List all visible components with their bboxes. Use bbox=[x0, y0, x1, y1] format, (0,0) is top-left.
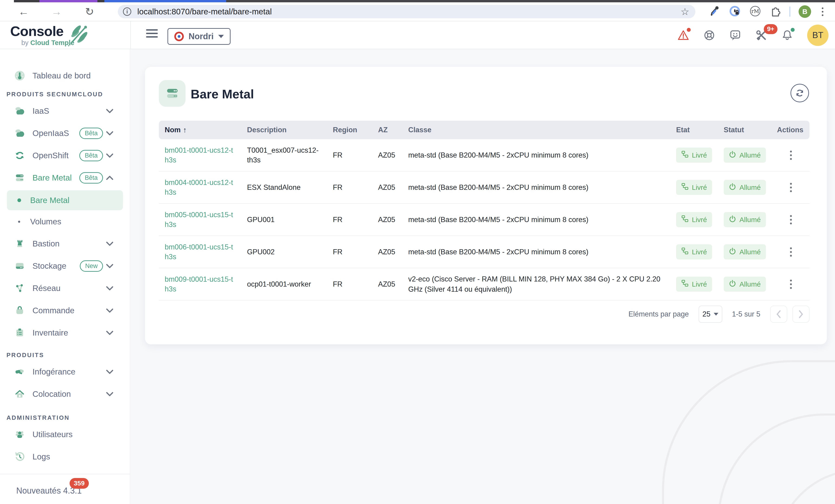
sidebar-item-inventaire[interactable]: Inventaire bbox=[0, 322, 130, 344]
cloud-icon bbox=[14, 106, 25, 116]
sidebar-item-infogerance[interactable]: Infogérance bbox=[0, 361, 130, 383]
eyedropper-extension-icon[interactable] bbox=[709, 5, 720, 18]
sidebar-item-iaas[interactable]: IaaS bbox=[0, 100, 130, 122]
power-icon bbox=[729, 150, 736, 160]
sidebar-subitem-volumes[interactable]: Volumes bbox=[7, 211, 123, 231]
sidebar-item-colocation[interactable]: Colocation bbox=[0, 383, 130, 405]
sidebar-item-label: OpenIaaS bbox=[33, 128, 69, 138]
column-header-etat[interactable]: Etat bbox=[676, 126, 724, 134]
user-avatar[interactable]: BT bbox=[807, 25, 829, 46]
sidebar-item-bastion[interactable]: Bastion bbox=[0, 233, 130, 255]
toolbar-separator bbox=[790, 6, 790, 17]
row-actions-menu-icon[interactable] bbox=[786, 278, 796, 291]
extensions-puzzle-icon[interactable] bbox=[770, 5, 781, 18]
back-button[interactable]: ← bbox=[17, 5, 30, 18]
column-header-actions[interactable]: Actions bbox=[777, 126, 810, 134]
sidebar-item-commande[interactable]: Commande bbox=[0, 299, 130, 322]
power-icon bbox=[729, 215, 736, 224]
users-icon bbox=[14, 429, 25, 440]
server-name-link[interactable]: bm004-t0001-ucs12-th3s bbox=[165, 178, 237, 197]
etat-badge: Livré bbox=[676, 180, 712, 195]
gauge-icon bbox=[14, 70, 25, 81]
tab-segment bbox=[0, 0, 14, 2]
prev-page-button[interactable] bbox=[770, 306, 787, 323]
column-header-classe[interactable]: Classe bbox=[408, 126, 676, 134]
sidebar-item-stockage[interactable]: StockageNew bbox=[0, 255, 130, 277]
cell-classe: meta-std (Base B200-M4/M5 - 2xCPU minimu… bbox=[408, 215, 676, 225]
extensions-cluster: rM B bbox=[709, 5, 826, 18]
etat-badge: Livré bbox=[676, 277, 712, 292]
sidebar-item-openiaas[interactable]: OpenIaaSBêta bbox=[0, 122, 130, 144]
column-header-description[interactable]: Description bbox=[247, 126, 333, 134]
server-name-link[interactable]: bm006-t0001-ucs15-th3s bbox=[165, 242, 237, 262]
next-page-button[interactable] bbox=[792, 306, 810, 323]
site-info-icon[interactable]: i bbox=[123, 7, 131, 16]
refresh-button[interactable] bbox=[791, 84, 809, 102]
sidebar-item-tableau-de-bord[interactable]: Tableau de bord bbox=[0, 64, 130, 87]
password-manager-extension-icon[interactable] bbox=[729, 5, 741, 18]
chevron-up-icon bbox=[106, 176, 113, 180]
server-name-link[interactable]: bm005-t0001-ucs15-th3s bbox=[165, 210, 237, 229]
cell-etat: Livré bbox=[676, 244, 724, 259]
column-header-nom[interactable]: Nom↑ bbox=[165, 126, 247, 134]
server-name-link[interactable]: bm001-t0001-ucs12-th3s bbox=[165, 145, 237, 165]
sidebar-item-bare-metal[interactable]: Bare MetalBêta bbox=[0, 167, 130, 189]
browser-tab-strip bbox=[0, 0, 835, 2]
row-actions-menu-icon[interactable] bbox=[786, 213, 796, 226]
row-actions-menu-icon[interactable] bbox=[786, 181, 796, 194]
badge-pill: Bêta bbox=[79, 172, 103, 184]
notifications-button[interactable] bbox=[781, 29, 793, 41]
chevron-down-icon bbox=[106, 109, 113, 113]
refresh-icon bbox=[795, 88, 805, 98]
power-icon bbox=[729, 183, 736, 192]
rm-extension-icon[interactable]: rM bbox=[749, 5, 761, 18]
cell-etat: Livré bbox=[676, 180, 724, 195]
tenant-selector[interactable]: Nordri bbox=[167, 28, 230, 45]
table-header-row: Nom↑DescriptionRegionAZClasseEtatStatutA… bbox=[159, 121, 810, 139]
row-actions-menu-icon[interactable] bbox=[786, 245, 796, 259]
sidebar-toggle-icon[interactable] bbox=[146, 29, 158, 40]
sidebar-item-logs[interactable]: Logs bbox=[0, 445, 130, 468]
cell-classe: v2-eco (Cisco Server - RAM (BILL MIN 128… bbox=[408, 274, 676, 295]
sidebar-footer[interactable]: Nouveautés 4.3.1 359 bbox=[0, 474, 130, 504]
sidebar-item-openshift[interactable]: OpenShiftBêta bbox=[0, 144, 130, 167]
cell-nom: bm005-t0001-ucs15-th3s bbox=[165, 210, 247, 229]
browser-profile-avatar[interactable]: B bbox=[799, 5, 811, 18]
server-name-link[interactable]: bm009-t0001-ucs15-th3s bbox=[165, 275, 237, 294]
column-header-region[interactable]: Region bbox=[333, 126, 378, 134]
column-header-az[interactable]: AZ bbox=[378, 126, 408, 134]
column-header-statut[interactable]: Statut bbox=[724, 126, 777, 134]
sidebar-item-label: Logs bbox=[33, 452, 50, 461]
forward-button[interactable]: → bbox=[49, 5, 64, 18]
tools-button[interactable]: 9+ bbox=[755, 29, 767, 41]
chevron-down-icon bbox=[106, 331, 113, 335]
etat-badge: Livré bbox=[676, 244, 712, 259]
etat-badge: Livré bbox=[676, 147, 712, 163]
statut-badge: Allumé bbox=[724, 277, 766, 292]
cell-region: FR bbox=[333, 183, 378, 191]
sidebar-subitem-bare-metal[interactable]: Bare Metal bbox=[7, 190, 123, 210]
sidebar-item-utilisateurs[interactable]: Utilisateurs bbox=[0, 423, 130, 445]
row-actions-menu-icon[interactable] bbox=[786, 149, 796, 162]
whats-new-count-badge: 359 bbox=[69, 478, 89, 489]
browser-menu-icon[interactable] bbox=[819, 6, 826, 17]
cell-description: ESX StandAlone bbox=[247, 183, 319, 193]
feedback-button[interactable] bbox=[729, 29, 741, 41]
cell-actions bbox=[777, 278, 810, 291]
page-size-select[interactable]: 25 bbox=[699, 306, 722, 323]
chevron-down-icon bbox=[106, 154, 113, 158]
table-row: bm009-t0001-ucs15-th3socp01-t0001-worker… bbox=[159, 268, 810, 301]
app-header: Console by Cloud Temple Nordri bbox=[0, 21, 835, 49]
bookmark-star-icon[interactable]: ☆ bbox=[680, 6, 689, 17]
tab-segment bbox=[14, 0, 39, 2]
support-button[interactable] bbox=[703, 29, 715, 41]
page-title: Bare Metal bbox=[191, 87, 254, 101]
address-bar[interactable]: i localhost:8070/bare-metal/bare-metal ☆ bbox=[118, 5, 695, 18]
cell-actions bbox=[777, 149, 810, 162]
sidebar: Tableau de bordPRODUITS SECNUMCLOUDIaaSO… bbox=[0, 49, 130, 504]
svg-text:rM: rM bbox=[751, 8, 759, 14]
alerts-button[interactable] bbox=[677, 29, 689, 41]
sidebar-item-reseau[interactable]: Réseau bbox=[0, 277, 130, 299]
sidebar-item-label: Inventaire bbox=[33, 328, 68, 337]
reload-button[interactable]: ↻ bbox=[83, 5, 97, 18]
